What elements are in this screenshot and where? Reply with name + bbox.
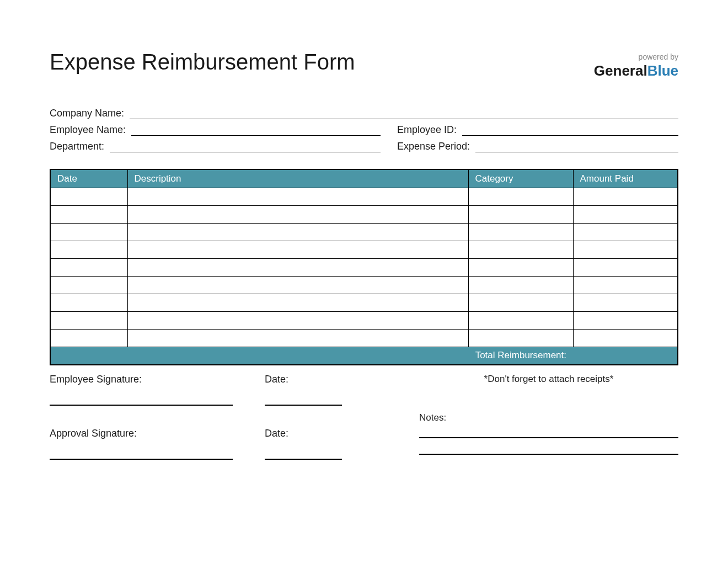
department-field[interactable] bbox=[110, 140, 381, 152]
table-cell[interactable] bbox=[468, 312, 573, 330]
notes-line-1[interactable] bbox=[419, 437, 678, 438]
table-row bbox=[50, 312, 678, 330]
expense-period-field[interactable] bbox=[475, 140, 678, 152]
employee-name-field[interactable] bbox=[131, 124, 381, 136]
table-cell[interactable] bbox=[127, 277, 468, 294]
logo-blue: Blue bbox=[647, 62, 678, 79]
table-cell[interactable] bbox=[468, 294, 573, 312]
table-cell[interactable] bbox=[50, 206, 127, 224]
table-cell[interactable] bbox=[573, 206, 678, 224]
col-header-category: Category bbox=[468, 169, 573, 188]
table-cell[interactable] bbox=[468, 206, 573, 224]
col-header-description: Description bbox=[127, 169, 468, 188]
total-row: Total Reimbursement: bbox=[50, 347, 678, 365]
table-cell[interactable] bbox=[50, 277, 127, 294]
expense-table: Date Description Category Amount Paid To… bbox=[50, 169, 678, 365]
col-header-date: Date bbox=[50, 169, 127, 188]
employee-signature-line[interactable] bbox=[50, 405, 233, 406]
col-header-amount: Amount Paid bbox=[573, 169, 678, 188]
approval-signature-line[interactable] bbox=[50, 459, 233, 460]
signature-section: Employee Signature: Approval Signature: … bbox=[50, 374, 678, 482]
table-cell[interactable] bbox=[573, 224, 678, 241]
logo-general: General bbox=[594, 62, 647, 79]
table-row bbox=[50, 330, 678, 347]
table-cell[interactable] bbox=[573, 312, 678, 330]
table-cell[interactable] bbox=[573, 277, 678, 294]
table-cell[interactable] bbox=[468, 188, 573, 206]
table-cell[interactable] bbox=[50, 241, 127, 259]
table-cell[interactable] bbox=[127, 206, 468, 224]
table-cell[interactable] bbox=[50, 188, 127, 206]
table-cell[interactable] bbox=[468, 224, 573, 241]
employee-signature-label: Employee Signature: bbox=[50, 374, 265, 385]
table-cell[interactable] bbox=[50, 294, 127, 312]
table-row bbox=[50, 241, 678, 259]
total-label: Total Reimbursement: bbox=[50, 347, 573, 365]
employee-date-line[interactable] bbox=[265, 405, 342, 406]
logo-area: powered by GeneralBlue bbox=[594, 50, 678, 79]
table-row bbox=[50, 206, 678, 224]
table-cell[interactable] bbox=[127, 294, 468, 312]
table-row bbox=[50, 277, 678, 294]
approval-signature-label: Approval Signature: bbox=[50, 428, 265, 439]
table-cell[interactable] bbox=[50, 330, 127, 347]
company-name-row: Company Name: bbox=[50, 107, 678, 119]
table-cell[interactable] bbox=[468, 259, 573, 277]
notes-line-2[interactable] bbox=[419, 454, 678, 455]
employee-id-label: Employee ID: bbox=[397, 124, 462, 136]
page-title: Expense Reimbursement Form bbox=[50, 50, 355, 75]
table-cell[interactable] bbox=[573, 241, 678, 259]
table-cell[interactable] bbox=[468, 241, 573, 259]
approval-date-line[interactable] bbox=[265, 459, 342, 460]
table-cell[interactable] bbox=[573, 294, 678, 312]
table-cell[interactable] bbox=[573, 330, 678, 347]
table-cell[interactable] bbox=[50, 312, 127, 330]
table-cell[interactable] bbox=[573, 188, 678, 206]
company-name-field[interactable] bbox=[130, 107, 678, 119]
employee-id-field[interactable] bbox=[462, 124, 678, 136]
table-cell[interactable] bbox=[127, 312, 468, 330]
table-row bbox=[50, 224, 678, 241]
logo-text: GeneralBlue bbox=[594, 62, 678, 79]
company-name-label: Company Name: bbox=[50, 108, 130, 119]
notes-label: Notes: bbox=[419, 412, 678, 423]
employee-date-label: Date: bbox=[265, 374, 419, 385]
table-cell[interactable] bbox=[50, 259, 127, 277]
employee-row: Employee Name: Employee ID: bbox=[50, 124, 678, 136]
table-cell[interactable] bbox=[127, 330, 468, 347]
form-header: Expense Reimbursement Form powered by Ge… bbox=[50, 50, 678, 79]
table-cell[interactable] bbox=[127, 241, 468, 259]
table-cell[interactable] bbox=[50, 224, 127, 241]
employee-name-label: Employee Name: bbox=[50, 124, 131, 136]
table-cell[interactable] bbox=[127, 188, 468, 206]
table-header-row: Date Description Category Amount Paid bbox=[50, 169, 678, 188]
table-cell[interactable] bbox=[468, 330, 573, 347]
table-row bbox=[50, 294, 678, 312]
expense-period-label: Expense Period: bbox=[397, 141, 475, 152]
total-amount-cell bbox=[573, 347, 678, 365]
table-row bbox=[50, 188, 678, 206]
approval-date-label: Date: bbox=[265, 428, 419, 439]
info-section: Company Name: Employee Name: Employee ID… bbox=[50, 107, 678, 152]
table-row bbox=[50, 259, 678, 277]
receipts-reminder: *Don't forget to attach receipts* bbox=[419, 374, 678, 385]
table-cell[interactable] bbox=[127, 224, 468, 241]
table-cell[interactable] bbox=[468, 277, 573, 294]
table-cell[interactable] bbox=[127, 259, 468, 277]
department-row: Department: Expense Period: bbox=[50, 140, 678, 152]
department-label: Department: bbox=[50, 141, 110, 152]
table-cell[interactable] bbox=[573, 259, 678, 277]
powered-by-text: powered by bbox=[594, 52, 678, 61]
